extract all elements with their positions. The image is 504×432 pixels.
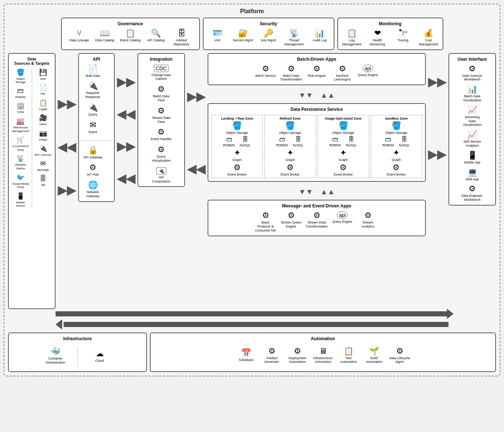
monitoring-log: 📋 Log Management xyxy=(341,29,363,46)
event-icon: ✉ xyxy=(90,121,96,129)
batch-apps-title: Batch-Driven Apps xyxy=(211,57,422,62)
test-auto-label: Test Automation xyxy=(338,356,360,364)
automation-artefact: ⚙ Artefact Generator xyxy=(261,347,283,364)
log-mgmt-label: Log Management xyxy=(341,38,363,46)
ui-self-service: 📈 Self Service Analytics xyxy=(461,131,483,148)
zone-refined-nosql-icon: 🗄 xyxy=(295,136,301,142)
obj-storage-label: Object Storage xyxy=(12,77,30,84)
thread-label: Thread Management xyxy=(283,38,305,46)
data-lifecycle-label: Data Lifecycle Mgmt xyxy=(389,356,411,364)
ecommerce-icon: 🛒 xyxy=(16,136,24,144)
automation-deployment: ⚙ Deployment Automation xyxy=(287,347,308,364)
request-response-icon: 🔌 xyxy=(88,82,98,90)
stream-analytics: ⚙ Stream Analytics xyxy=(357,211,379,229)
audit-label: Audit Log xyxy=(312,38,326,42)
stream-viz-label: Streaming Data Visualization xyxy=(461,115,483,127)
data-lifecycle-icon: ⚙ xyxy=(396,347,403,355)
arrow-right-1: ▶▶ xyxy=(58,97,76,111)
horizontal-arrows-bar xyxy=(8,311,496,330)
monitoring-cost: 💰 Cost Management xyxy=(418,29,440,46)
automation-infrastructure: 🖥 Infrastructure Automation xyxy=(312,347,334,364)
up-arrow-2: ▲▲ xyxy=(321,188,335,196)
message-apps-box: Message- and Event-Driven Apps ⚙ Basic P… xyxy=(208,200,426,236)
arrow-left-3: ◀◀ xyxy=(117,172,135,185)
security-secrets: 🔐 Secrets Mgmt xyxy=(232,29,254,42)
security-icons: 🪪 IAM 🔐 Secrets Mgmt 🔑 Key Mgmt 📡 Thread… xyxy=(206,29,331,46)
thread-icon: 📡 xyxy=(289,29,299,37)
batch-apps-box: Batch-Driven Apps ⚙ Batch Service ⚙ Batc… xyxy=(208,53,426,86)
api-catalog-label: API Catalog xyxy=(147,38,164,42)
integration-event-handler: ⚙ Event Handler xyxy=(150,128,172,141)
artefact-repo-icon: 🗄 xyxy=(178,29,186,37)
arrow-right-4: ▶▶ xyxy=(117,139,135,153)
source-file: 📄 File xyxy=(39,83,47,96)
source-rdbms: 🗃 RDBMS xyxy=(15,87,26,99)
zone-refined-storage-icon: 🪣 xyxy=(285,122,295,130)
zone-landing-db: 🗃 RDBMS 🗄 NoSQL xyxy=(213,136,261,147)
scheduler-label: Scheduler xyxy=(239,358,254,362)
zone-usage-rdbms-icon: 🗃 xyxy=(332,136,338,142)
source-weather: 📡 Weather Station xyxy=(12,154,30,170)
persist-message-arrows: ▼▼ ▲▲ xyxy=(208,186,426,198)
zone-usage: Usage-Opti-mized Zone 🪣 Object Storage 🗃… xyxy=(318,115,369,178)
key-mgmt-icon: 🔑 xyxy=(264,29,273,37)
deployment-icon: ⚙ xyxy=(294,347,301,355)
arrow-right-3: ▶▶ xyxy=(117,75,135,89)
container-orchestration: 🐳 Container Orchestration xyxy=(45,348,67,365)
integration-query-virt: ⚙ Query Virtualization xyxy=(150,146,172,163)
basic-producer: ⚙ Basic Producer & Consumer MS xyxy=(255,211,277,232)
governance-box: Governance ⑂ Data Lineage 📖 Data Catalog… xyxy=(61,18,200,50)
tracing-label: Tracing xyxy=(398,38,409,42)
zone-refined-graph: ✦ Graph xyxy=(266,149,314,162)
infrastructure-box: Infrastructure 🐳 Container Orchestration… xyxy=(8,333,147,372)
arrow-right-ui-1: ▶▶ xyxy=(428,75,446,89)
governance-data-lineage: ⑂ Data Lineage xyxy=(68,29,90,42)
event-handler-label: Event Handler xyxy=(151,137,171,141)
infrastructure-title: Infrastructure xyxy=(12,336,143,341)
automation-items: 📅 Scheduler ⚙ Artefact Generator ⚙ Deplo… xyxy=(154,344,492,367)
ml-ai-icon: ⚙ xyxy=(339,65,346,73)
container-label: Container Orchestration xyxy=(45,357,67,365)
ui-web-app: 💻 Web App xyxy=(461,168,483,181)
arrow-right-5: ▶▶ xyxy=(187,90,205,104)
basic-producer-label: Basic Producer & Consumer MS xyxy=(255,221,277,232)
source-mobile: 📱 Mobile Device xyxy=(12,192,30,208)
long-arrow-left xyxy=(56,319,448,330)
governance-data-catalog: 📖 Data Catalog xyxy=(94,29,116,42)
video-icon: 🎥 xyxy=(39,114,47,122)
data-catalog-label: Data Catalog xyxy=(95,38,114,42)
secrets-label: Secrets Mgmt xyxy=(233,38,253,42)
crm-label: CRM xyxy=(17,110,24,114)
user-interface-box: User Interface ⚙ Data Science Workbench … xyxy=(448,53,496,206)
monitoring-tracing: 🔭 Tracing xyxy=(392,29,414,42)
stream-flow-label: Stream Data Flow xyxy=(150,116,172,124)
zone-sandbox-graph: ✦ Graph xyxy=(372,149,420,162)
data-lineage-icon: ⑂ xyxy=(77,29,82,37)
batch-persist-arrows: ▼▼ ▲▲ xyxy=(208,90,426,101)
main-area: DataSources & Targets 🪣 Object Storage 🗃… xyxy=(8,53,496,309)
zone-refined-storage: 🪣 Object Storage xyxy=(266,122,314,135)
rule-engine-label: Rule Engine xyxy=(308,74,326,78)
self-service-icon: 📈 xyxy=(467,131,477,139)
data-persistence-title: Data Persistence Service xyxy=(211,107,422,112)
source-warehouse: 🏭 Warehouse Management xyxy=(12,117,30,133)
source-social: 🐦 Social Media Feed xyxy=(12,173,30,189)
api-gateway-label: API Gateway xyxy=(83,155,103,159)
rdbms-src-label: RDBMS xyxy=(15,95,26,99)
db-icon: 🗄 xyxy=(40,175,46,183)
source-ecommerce: 🛒 e-Commerce Shop xyxy=(12,136,30,151)
event-handler-icon: ⚙ xyxy=(158,128,165,136)
ui-stream-viz: 📈 Streaming Data Visualization xyxy=(461,106,483,127)
batch-data-transform: ⚙ Batch Data Transformation xyxy=(280,65,302,82)
social-label: Social Media Feed xyxy=(12,182,30,189)
zone-refined-db: 🗃 RDBMS 🗄 NoSQL xyxy=(266,136,314,147)
arrow-left-4: ◀◀ xyxy=(187,162,205,176)
build-auto-icon: 🌱 xyxy=(369,347,379,355)
api-request-response: 🔌 Request/ Response xyxy=(82,82,104,99)
api-bulk-data: 📄 Bulk Data xyxy=(82,65,104,78)
api-query: 🔌 Query xyxy=(82,104,104,117)
health-icon: ❤ xyxy=(374,29,381,37)
social-icon: 🐦 xyxy=(16,173,24,181)
infra-auto-icon: 🖥 xyxy=(319,347,327,355)
zone-refined: Refined Zone 🪣 Object Storage 🗃 RDBMS xyxy=(264,115,316,178)
